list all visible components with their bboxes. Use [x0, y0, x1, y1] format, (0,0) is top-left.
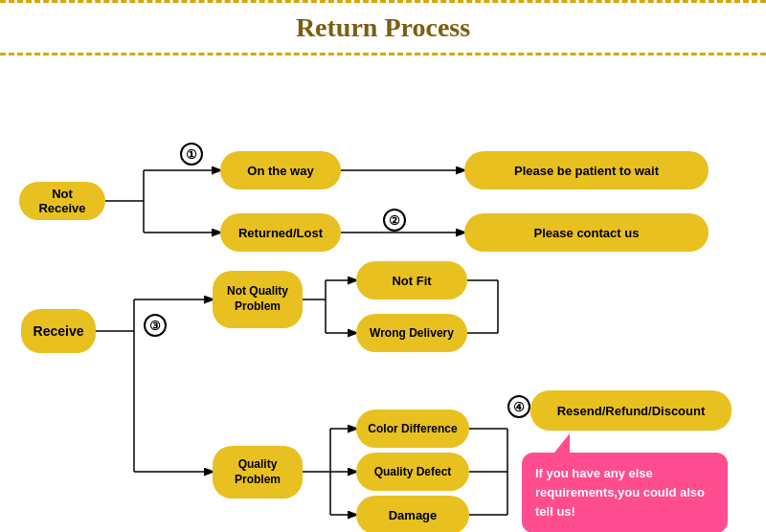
not-fit-node: Not Fit — [356, 261, 467, 299]
returned-lost-node: Returned/Lost — [220, 213, 341, 252]
color-difference-node: Color Difference — [356, 410, 469, 448]
patient-wait-node: Please be patient to wait — [464, 151, 709, 189]
quality-problem-node: Quality Problem — [213, 446, 303, 499]
step-4-circle: ④ — [507, 395, 530, 418]
contact-us-node: Please contact us — [464, 213, 709, 252]
step-3-circle: ③ — [144, 314, 167, 337]
not-receive-node: Not Receive — [19, 182, 105, 220]
page-title: Return Process — [0, 12, 766, 43]
on-the-way-node: On the way — [220, 151, 341, 189]
step-1-circle: ① — [180, 143, 203, 166]
receive-node: Receive — [21, 309, 96, 353]
quality-defect-node: Quality Defect — [356, 453, 469, 491]
resend-refund-node: Resend/Refund/Discount — [530, 390, 732, 431]
speech-bubble: If you have any else requirements,you co… — [522, 453, 728, 532]
not-quality-node: Not Quality Problem — [213, 271, 303, 328]
wrong-delivery-node: Wrong Delivery — [356, 314, 467, 352]
step-2-circle: ② — [383, 209, 406, 232]
damage-node: Damage — [356, 496, 469, 532]
